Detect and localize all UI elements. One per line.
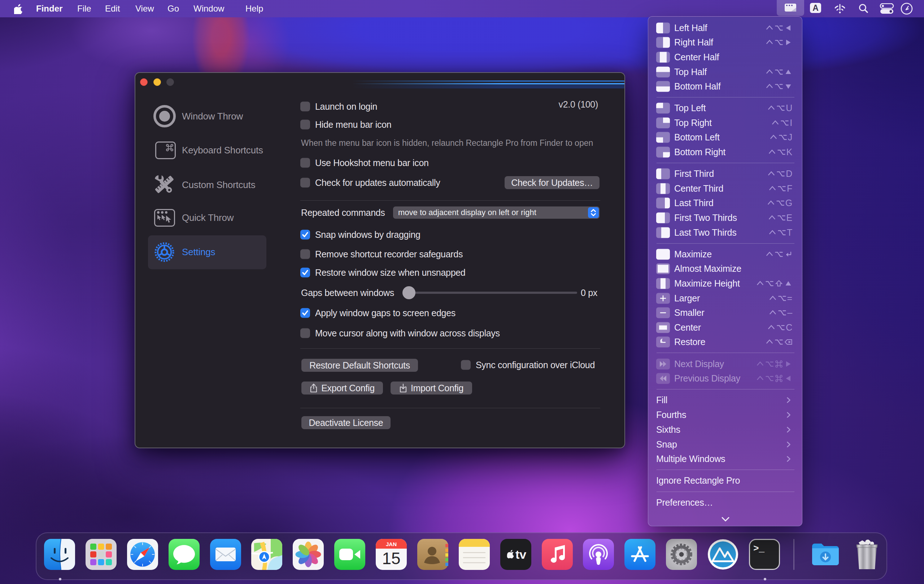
svg-text:>_: >_ <box>753 543 765 554</box>
svg-text:tv: tv <box>515 548 526 561</box>
svg-text:JAN: JAN <box>386 541 397 547</box>
svg-text:15: 15 <box>382 549 400 568</box>
